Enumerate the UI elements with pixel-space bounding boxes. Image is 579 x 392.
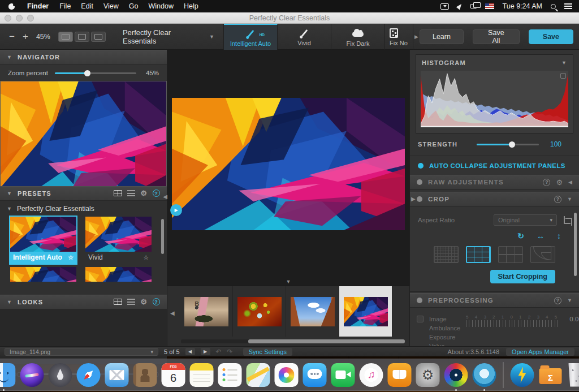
- collapse-triangle-icon[interactable]: ▼: [561, 60, 567, 66]
- collapse-down-icon[interactable]: ▼: [567, 298, 572, 303]
- filmstrip-item-4-selected[interactable]: [339, 286, 392, 337]
- more-presets-chevron-icon[interactable]: ▶: [413, 34, 420, 40]
- star-icon[interactable]: ☆: [143, 254, 149, 261]
- flip-vertical-icon[interactable]: ↕: [557, 231, 561, 240]
- crop-header[interactable]: CROP ? ▼: [410, 192, 579, 206]
- presets-header[interactable]: ▼ PRESETS ⚙ ?: [0, 186, 167, 201]
- filmstrip-item-2[interactable]: [233, 286, 286, 337]
- dock-sigma-folder-icon[interactable]: Σ: [539, 363, 563, 387]
- dock-trash-icon[interactable]: [567, 363, 579, 387]
- preset-thumbnail-partial[interactable]: [10, 267, 76, 282]
- next-image-button[interactable]: ▶: [201, 348, 210, 355]
- help-icon[interactable]: ?: [153, 298, 160, 305]
- dock-lens-app-icon[interactable]: [473, 363, 496, 387]
- help-icon[interactable]: ?: [554, 297, 561, 304]
- collapse-triangle-icon[interactable]: ▼: [7, 299, 12, 305]
- dock-calendar-icon[interactable]: FEB6: [162, 363, 185, 387]
- spotlight-search-icon[interactable]: [551, 4, 556, 9]
- gear-icon[interactable]: ⚙: [140, 299, 148, 305]
- zoom-window-button[interactable]: [27, 15, 34, 21]
- menu-finder[interactable]: Finder: [21, 2, 54, 10]
- tab-intelligent-auto[interactable]: HD Intelligent Auto: [224, 24, 278, 50]
- filmstrip-divider-icon[interactable]: ▼: [286, 279, 291, 285]
- undo-icon[interactable]: ↶: [216, 348, 222, 356]
- dock-itunes-icon[interactable]: [360, 363, 383, 387]
- panel-dot-icon[interactable]: [417, 196, 422, 202]
- menu-view[interactable]: View: [98, 2, 124, 10]
- gear-icon[interactable]: ⚙: [556, 178, 563, 187]
- menu-file[interactable]: File: [54, 2, 76, 10]
- collapse-down-icon[interactable]: ▼: [567, 196, 572, 202]
- sidebar-collapse-icon[interactable]: ◀: [163, 193, 167, 200]
- aspect-ratio-select[interactable]: Original ▾: [494, 214, 557, 226]
- dock-maps-icon[interactable]: [247, 363, 270, 387]
- apple-menu-icon[interactable]: [8, 3, 15, 10]
- dock-mail-icon[interactable]: [105, 363, 129, 387]
- dock-ibooks-icon[interactable]: [388, 363, 412, 387]
- save-all-button[interactable]: Save All: [473, 29, 520, 44]
- dock-siri-icon[interactable]: [20, 363, 44, 387]
- before-after-handle[interactable]: ▶: [170, 204, 182, 216]
- panel-dot-icon[interactable]: [417, 298, 422, 303]
- about-version[interactable]: About v:3.5.6.1148: [448, 348, 500, 355]
- preprocessing-header[interactable]: PREPROCESSING ? ▼: [410, 293, 579, 308]
- dock-notes-icon[interactable]: [190, 363, 214, 387]
- image-canvas[interactable]: ▶ ▼: [167, 50, 409, 286]
- help-icon[interactable]: ?: [153, 189, 160, 197]
- tab-fix-noise[interactable]: Fix No: [385, 24, 413, 50]
- zoom-percent-slider[interactable]: [55, 72, 136, 74]
- view-split-button[interactable]: [75, 32, 89, 42]
- filmstrip-item-3[interactable]: [286, 286, 339, 337]
- collapse-triangle-icon[interactable]: ▼: [7, 191, 12, 196]
- grid-overlay-fine-button[interactable]: [434, 246, 459, 263]
- main-image[interactable]: [172, 98, 405, 230]
- notification-center-icon[interactable]: [564, 3, 572, 9]
- histogram-checkbox[interactable]: [560, 73, 566, 79]
- navigator-header[interactable]: ▼ NAVIGATOR: [0, 50, 167, 64]
- dock-perfectly-clear-icon[interactable]: [444, 363, 468, 387]
- dock-photos-icon[interactable]: [275, 363, 299, 387]
- sync-settings-button[interactable]: Sync Settings: [243, 348, 292, 356]
- dock-flash-tool-icon[interactable]: [511, 363, 534, 387]
- open-apps-manager-button[interactable]: Open Apps Manager: [506, 348, 574, 356]
- preset-card-intelligent-auto[interactable]: Intelligent Auto ☆: [10, 217, 76, 264]
- rotate-icon[interactable]: ↻: [517, 231, 524, 240]
- filmstrip-prev-icon[interactable]: ◀: [170, 310, 175, 316]
- flip-horizontal-icon[interactable]: ↔: [537, 231, 545, 240]
- strength-slider[interactable]: [477, 144, 539, 145]
- collapse-triangle-icon[interactable]: ▼: [7, 54, 12, 60]
- dock-contacts-icon[interactable]: [133, 363, 157, 387]
- filmstrip-item-1[interactable]: B: [180, 286, 233, 337]
- view-sidebyside-button[interactable]: [91, 32, 106, 42]
- grid-view-icon[interactable]: [114, 299, 122, 305]
- tab-fix-dark[interactable]: Fix Dark: [331, 24, 385, 50]
- grid-overlay-thirds-button[interactable]: [466, 246, 491, 263]
- help-icon[interactable]: ?: [543, 179, 550, 186]
- filename-select[interactable]: Image_114.png ▾: [5, 348, 158, 356]
- panel-collapse-icon[interactable]: ▶: [411, 196, 416, 202]
- preset-card-vivid[interactable]: Vivid ☆: [85, 217, 152, 264]
- input-language-flag-icon[interactable]: [485, 3, 494, 9]
- menu-go[interactable]: Go: [124, 2, 144, 10]
- save-button[interactable]: Save: [529, 29, 573, 44]
- preset-thumbnail-partial[interactable]: [85, 267, 152, 282]
- navigator-thumbnail[interactable]: [0, 81, 167, 199]
- crop-tool-icon[interactable]: [563, 216, 571, 225]
- dock-facetime-icon[interactable]: [331, 363, 355, 387]
- dock-system-preferences-icon[interactable]: [416, 363, 440, 387]
- cursor-tool-icon[interactable]: [456, 3, 463, 10]
- title-bar[interactable]: Perfectly Clear Essentials: [0, 12, 579, 24]
- filmstrip-scrollbar[interactable]: [181, 339, 405, 343]
- close-window-button[interactable]: [5, 15, 11, 21]
- menu-window[interactable]: Window: [143, 2, 178, 10]
- minimize-window-button[interactable]: [16, 15, 23, 21]
- start-cropping-button[interactable]: Start Cropping: [490, 270, 556, 283]
- right-panel-scrollbar[interactable]: [574, 213, 577, 276]
- airplay-display-icon[interactable]: [440, 3, 449, 10]
- collapse-left-icon[interactable]: ◀: [568, 179, 572, 185]
- preset-group-selector[interactable]: Perfectly Clear Essentials ▼: [123, 24, 214, 49]
- exposure-ruler[interactable]: 5 4 3 2 1 0 1 2 3 4 5: [466, 315, 560, 327]
- menu-edit[interactable]: Edit: [76, 2, 98, 10]
- dock-reminders-icon[interactable]: [218, 363, 242, 387]
- auto-collapse-toggle[interactable]: AUTO COLLAPSE ADJUSTMENT PANELS: [410, 156, 579, 175]
